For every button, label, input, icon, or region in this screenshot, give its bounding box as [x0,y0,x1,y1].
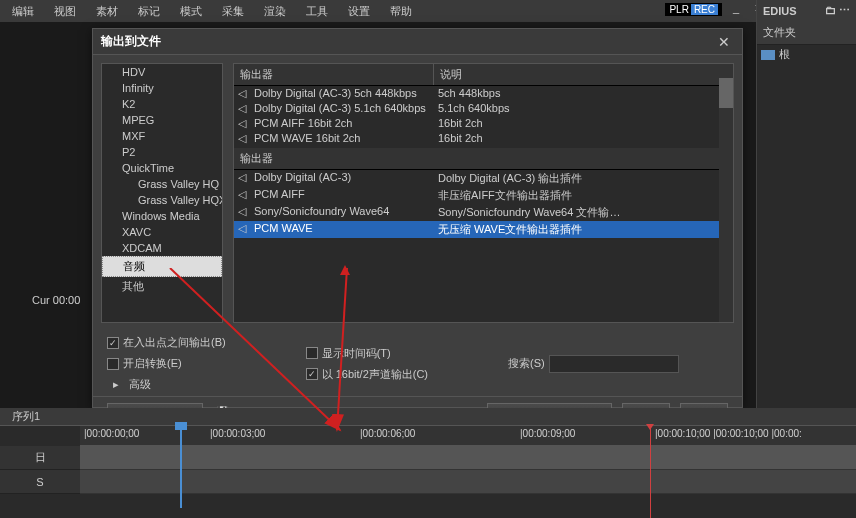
audio-icon: ◁ [234,188,250,203]
table-row[interactable]: ◁Sony/Sonicfoundry Wave64Sony/Sonicfound… [234,204,733,221]
audio-icon: ◁ [234,171,250,186]
menu-capture[interactable]: 采集 [212,1,254,22]
audio-icon: ◁ [234,132,250,145]
menu-edit[interactable]: 编辑 [2,1,44,22]
timecode-checkbox[interactable]: 显示时间码(T) [306,346,428,361]
folder-root-item[interactable]: 根 [757,45,856,64]
table-row[interactable]: ◁PCM AIFF 16bit 2ch16bit 2ch [234,116,733,131]
dialog-title: 输出到文件 [101,33,161,50]
title-bar-right: PLRREC _ ✕ [665,2,766,16]
table-row[interactable]: ◁PCM AIFF非压缩AIFF文件输出器插件 [234,187,733,204]
tree-mpeg[interactable]: MPEG [102,112,222,128]
video-track[interactable] [80,446,856,470]
menu-clip[interactable]: 素材 [86,1,128,22]
tree-xavc[interactable]: XAVC [102,224,222,240]
menu-help[interactable]: 帮助 [380,1,422,22]
out-marker[interactable] [650,428,651,518]
tree-p2[interactable]: P2 [102,144,222,160]
exporter-divider: 输出器 [234,148,733,170]
menu-view[interactable]: 视图 [44,1,86,22]
col-exporter[interactable]: 输出器 [234,64,434,85]
folder-icon [761,50,775,60]
tree-mxf[interactable]: MXF [102,128,222,144]
table-row-selected[interactable]: ◁PCM WAVE无压缩 WAVE文件输出器插件 [234,221,733,238]
audio-icon: ◁ [234,222,250,237]
track-label-h[interactable]: 日 [0,446,80,470]
ruler-tick: |00:00:06;00 [360,428,415,439]
ruler-tick: |00:00:10;00 |00:00:10;00 |00:00: [655,428,802,439]
export-dialog: 输出到文件 ✕ HDV Infinity K2 MPEG MXF P2 Quic… [92,28,743,408]
convert-checkbox[interactable]: 开启转换(E) [107,356,226,371]
search-group: 搜索(S) [508,355,679,373]
playhead[interactable] [180,428,182,508]
inout-checkbox[interactable]: 在入出点之间输出(B) [107,335,226,350]
menu-render[interactable]: 渲染 [254,1,296,22]
menu-tools[interactable]: 工具 [296,1,338,22]
tree-quicktime[interactable]: QuickTime [102,160,222,176]
ruler-tick: |00:00:00;00 [84,428,139,439]
track-label-s[interactable]: S [0,470,80,494]
col-desc[interactable]: 说明 [434,64,733,85]
dialog-close-icon[interactable]: ✕ [714,34,734,50]
tree-audio[interactable]: 音频 [102,256,222,277]
channel16-checkbox[interactable]: 以 16bit/2声道输出(C) [306,367,428,382]
menu-settings[interactable]: 设置 [338,1,380,22]
tree-hdv[interactable]: HDV [102,64,222,80]
tree-gvhq[interactable]: Grass Valley HQ [102,176,222,192]
search-input[interactable] [549,355,679,373]
tree-k2[interactable]: K2 [102,96,222,112]
table-row[interactable]: ◁Dolby Digital (AC-3) 5.1ch 640kbps5.1ch… [234,101,733,116]
edius-label: EDIUS [763,5,797,17]
table-row[interactable]: ◁Dolby Digital (AC-3)Dolby Digital (AC-3… [234,170,733,187]
search-label: 搜索(S) [508,356,545,371]
ruler-tick: |00:00:09;00 [520,428,575,439]
current-time: Cur 00:00 [32,294,80,306]
table-row[interactable]: ◁Dolby Digital (AC-3) 5ch 448kbps5ch 448… [234,86,733,101]
audio-icon: ◁ [234,205,250,220]
tree-other[interactable]: 其他 [102,277,222,296]
preset-table: 输出器 说明 ◁Dolby Digital (AC-3) 5ch 448kbps… [233,63,734,323]
folder-open-icon[interactable]: 🗀 ⋯ [825,4,850,17]
sequence-tab[interactable]: 序列1 [4,409,48,424]
timeline: 序列1 |00:00:00;00 |00:00:03;00 |00:00:06;… [0,408,856,518]
audio-icon: ◁ [234,87,250,100]
tree-xdcam[interactable]: XDCAM [102,240,222,256]
tree-infinity[interactable]: Infinity [102,80,222,96]
timeline-ruler[interactable]: |00:00:00;00 |00:00:03;00 |00:00:06;00 |… [80,426,856,446]
tree-gvhqx[interactable]: Grass Valley HQX [102,192,222,208]
audio-icon: ◁ [234,117,250,130]
audio-icon: ◁ [234,102,250,115]
menu-marker[interactable]: 标记 [128,1,170,22]
menu-mode[interactable]: 模式 [170,1,212,22]
chevron-right-icon: ▸ [107,378,125,391]
tree-wm[interactable]: Windows Media [102,208,222,224]
dialog-header: 输出到文件 ✕ [93,29,742,55]
plr-rec-badge: PLRREC [665,3,722,16]
advanced-toggle[interactable]: ▸高级 [107,377,226,392]
folder-root-label: 根 [779,47,790,62]
minimize-icon[interactable]: _ [728,2,744,16]
ruler-tick: |00:00:03;00 [210,428,265,439]
format-tree[interactable]: HDV Infinity K2 MPEG MXF P2 QuickTime Gr… [101,63,223,323]
audio-track[interactable] [80,470,856,494]
scrollbar[interactable] [719,64,733,322]
table-row[interactable]: ◁PCM WAVE 16bit 2ch16bit 2ch [234,131,733,146]
edius-title: EDIUS 🗀 ⋯ [757,0,856,21]
folder-header: 文件夹 [757,21,856,45]
